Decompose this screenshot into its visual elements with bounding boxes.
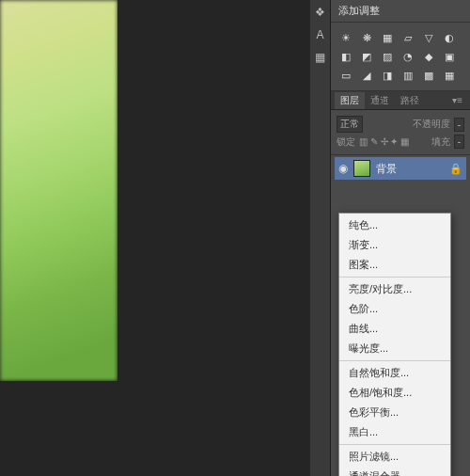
menu-separator: [339, 444, 450, 445]
menu-solid-color[interactable]: 纯色...: [339, 215, 450, 235]
menu-black-white[interactable]: 黑白...: [339, 422, 450, 442]
menu-color-balance[interactable]: 色彩平衡...: [339, 403, 450, 422]
menu-levels[interactable]: 色阶...: [339, 299, 450, 319]
brightness-icon[interactable]: ☀: [338, 30, 353, 45]
colorbalance-icon[interactable]: ◧: [338, 49, 353, 64]
invert-icon[interactable]: ▣: [442, 49, 457, 64]
blend-mode-select[interactable]: 正常: [337, 116, 363, 133]
levels-icon[interactable]: ❋: [359, 30, 374, 45]
menu-brightness-contrast[interactable]: 亮度/对比度...: [339, 279, 450, 299]
threshold-icon[interactable]: ◢: [359, 68, 374, 83]
tab-channels[interactable]: 通道: [365, 92, 395, 109]
gradientmap-icon[interactable]: ◨: [380, 68, 395, 83]
selectivecolor-icon[interactable]: ▥: [400, 68, 415, 83]
adjustments-panel-title: 添加调整: [331, 0, 470, 23]
menu-curves[interactable]: 曲线...: [339, 319, 450, 339]
exposure-icon[interactable]: ▱: [400, 30, 415, 45]
text-icon[interactable]: A: [316, 28, 323, 41]
menu-photo-filter[interactable]: 照片滤镜...: [339, 447, 450, 467]
bw-icon[interactable]: ◩: [359, 49, 374, 64]
layer-name: 背景: [376, 162, 444, 176]
opacity-field[interactable]: -: [454, 118, 464, 132]
layers-panel-tabs: 图层 通道 路径 ▾≡: [331, 91, 470, 110]
colorlookup-icon[interactable]: ◆: [421, 49, 436, 64]
opacity-label: 不透明度: [413, 118, 450, 131]
tab-paths[interactable]: 路径: [395, 92, 425, 109]
channelmixer-icon[interactable]: ◔: [400, 49, 415, 64]
layer-thumbnail[interactable]: [353, 160, 370, 177]
menu-channel-mixer[interactable]: 通道混合器...: [339, 467, 450, 476]
layer-row-background[interactable]: ◉ 背景 🔒: [335, 157, 466, 180]
swatches-icon[interactable]: ▦: [315, 51, 325, 64]
tab-layers[interactable]: 图层: [335, 92, 365, 109]
menu-separator: [339, 360, 450, 361]
menu-vibrance[interactable]: 自然饱和度...: [339, 363, 450, 383]
menu-gradient[interactable]: 渐变...: [339, 235, 450, 255]
panel-menu-icon[interactable]: ▾≡: [448, 95, 466, 105]
visibility-icon[interactable]: ◉: [338, 162, 348, 175]
layers-options: 正常 不透明度 - 锁定 ▥ ✎ ✢ ✦ ▦ 填充 -: [331, 110, 470, 155]
fill-field[interactable]: -: [454, 135, 464, 149]
lock-label: 锁定: [337, 135, 355, 149]
adj-icon-18[interactable]: ▦: [442, 68, 457, 83]
fill-label: 填充: [431, 135, 450, 149]
menu-hue-saturation[interactable]: 色相/饱和度...: [339, 383, 450, 403]
vibrance-icon[interactable]: ▽: [421, 30, 436, 45]
adjustments-icons: ☀ ❋ ▦ ▱ ▽ ◐ ◧ ◩ ▨ ◔ ◆ ▣ ▭ ◢ ◨ ▥ ▩ ▦: [331, 23, 470, 91]
adj-icon-17[interactable]: ▩: [421, 68, 436, 83]
curves-icon[interactable]: ▦: [380, 30, 395, 45]
lock-icons[interactable]: ▥ ✎ ✢ ✦ ▦: [359, 136, 409, 147]
adjustment-layer-context-menu: 纯色... 渐变... 图案... 亮度/对比度... 色阶... 曲线... …: [338, 213, 451, 476]
menu-pattern[interactable]: 图案...: [339, 255, 450, 275]
history-icon[interactable]: ❖: [315, 6, 325, 19]
posterize-icon[interactable]: ▭: [338, 68, 353, 83]
document-canvas[interactable]: [0, 0, 118, 381]
photofilter-icon[interactable]: ▨: [380, 49, 395, 64]
panel-dock-icons: ❖ A ▦: [310, 0, 331, 476]
menu-exposure[interactable]: 曝光度...: [339, 339, 450, 358]
hue-icon[interactable]: ◐: [442, 30, 457, 45]
lock-icon: 🔒: [449, 163, 462, 175]
menu-separator: [339, 277, 450, 278]
